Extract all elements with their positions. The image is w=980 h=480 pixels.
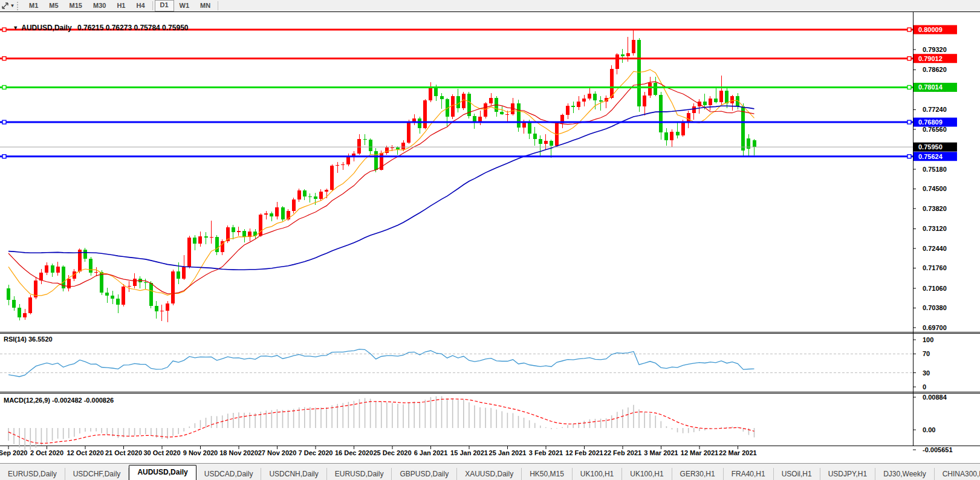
price-badge-label: 0.76809	[918, 118, 943, 126]
date-axis-label: 25 Jan 2021	[489, 449, 527, 456]
hline-anchor-right[interactable]	[907, 57, 911, 60]
candle-body	[637, 40, 641, 106]
candle-body	[429, 87, 432, 100]
chart-tab-hk50-m15[interactable]: HK50,M15	[522, 468, 573, 480]
price-axis-label: 0.77240	[923, 106, 947, 113]
candle-body	[517, 103, 521, 128]
candle-body	[187, 238, 191, 267]
chart-tab-usoil-h1[interactable]: USOil,H1	[774, 468, 820, 480]
candle-body	[550, 141, 553, 146]
candle-body	[753, 140, 756, 147]
candle-body	[330, 166, 334, 190]
date-axis-label: 25 Dec 2020	[374, 449, 412, 456]
date-axis-label: 3 Feb 2021	[529, 449, 563, 456]
price-axis-label: 0.75180	[923, 166, 947, 173]
hline-anchor-right[interactable]	[907, 155, 911, 158]
candle-body	[643, 96, 646, 106]
date-axis-label: 22 Mar 2021	[719, 449, 756, 456]
candle-body	[577, 102, 580, 107]
candle-body	[89, 259, 92, 272]
candle-body	[396, 148, 400, 149]
date-axis-label: 12 Feb 2021	[565, 449, 603, 456]
hline-anchor-right[interactable]	[907, 85, 911, 89]
chart-tab-usdcnh-daily[interactable]: USDCNH,Daily	[261, 468, 326, 480]
candle-body	[160, 311, 164, 311]
chart-tab-audusd-daily[interactable]: AUDUSD,Daily	[129, 465, 196, 480]
chart-tab-gbpusd-daily[interactable]: GBPUSD,Daily	[392, 468, 457, 480]
chart-tab-eurusd-daily[interactable]: EURUSD,Daily	[0, 468, 65, 480]
chart-tab-ger30-h1[interactable]: GER30,H1	[672, 468, 724, 480]
candle-body	[133, 279, 137, 285]
candle-body	[237, 231, 241, 232]
candle-body	[599, 100, 603, 102]
chart-tab-uk100-h1[interactable]: UK100,H1	[622, 468, 672, 480]
chart-tab-usdcad-daily[interactable]: USDCAD,Daily	[196, 468, 262, 480]
candle-body	[198, 236, 202, 244]
date-axis-label: 23 Sep 2020	[0, 449, 28, 456]
ohlc-values: 0.76215 0.76273 0.75784 0.75950	[77, 24, 189, 32]
candle-body	[434, 87, 438, 97]
candle-body	[369, 140, 372, 151]
hline-anchor-right[interactable]	[907, 28, 911, 31]
chart-tab-china300-h1[interactable]: CHINA300,H1	[935, 468, 980, 480]
chart-tab-usdjpy-h1[interactable]: USDJPY,H1	[820, 468, 875, 480]
hline-anchor-left[interactable]	[2, 57, 6, 60]
price-axis-label: 0.72440	[923, 245, 947, 252]
candle-body	[714, 99, 718, 102]
candle-body	[18, 308, 21, 317]
candle-body	[281, 207, 285, 219]
symbol-title: AUDUSD,Daily	[21, 24, 71, 32]
chart-tab-xauusd-daily[interactable]: XAUUSD,Daily	[457, 468, 522, 480]
candle-body	[28, 297, 32, 313]
chart-tab-eurusd-daily[interactable]: EURUSD,Daily	[327, 468, 392, 480]
price-badge-label: 0.75950	[918, 143, 943, 151]
candle-body	[440, 96, 444, 99]
price-axis-label: 0.71060	[923, 285, 947, 292]
candle-body	[418, 118, 421, 128]
candle-body	[149, 283, 153, 306]
rsi-axis-label: 0	[923, 383, 926, 391]
candle-body	[593, 94, 597, 100]
candle-body	[654, 83, 657, 95]
chart-canvas[interactable]: 0.793200.786200.779400.772400.765600.758…	[0, 0, 980, 480]
date-axis-label: 30 Oct 2020	[143, 449, 180, 456]
date-axis-label: 21 Oct 2020	[105, 449, 142, 456]
date-axis-label: 16 Dec 2020	[335, 449, 373, 456]
candle-body	[56, 267, 60, 273]
mt4-terminal: ▼ M1M5M15M30H1H4D1W1MN 0.793200.786200.7…	[0, 0, 980, 480]
chart-title: ▼AUDUSD,Daily 0.76215 0.76273 0.75784 0.…	[5, 15, 188, 41]
chart-tab-fra40-h1[interactable]: FRA40,H1	[724, 468, 774, 480]
candle-body	[105, 293, 109, 296]
price-badge-label: 0.78014	[918, 83, 943, 91]
candle-body	[12, 300, 16, 307]
candle-body	[632, 40, 635, 53]
rsi-axis-label: 30	[923, 369, 930, 377]
ma-mid-line	[8, 82, 754, 294]
date-axis-label: 12 Mar 2021	[681, 449, 718, 456]
hline-anchor-left[interactable]	[2, 120, 6, 124]
chart-tab-dj30-weekly[interactable]: DJ30,Weekly	[875, 468, 934, 480]
chart-tab-usdchf-daily[interactable]: USDCHF,Daily	[65, 468, 129, 480]
price-axis-label: 0.73120	[923, 225, 947, 232]
candle-body	[292, 199, 296, 211]
date-axis-label: 18 Nov 2020	[219, 449, 258, 456]
collapse-triangle-icon[interactable]: ▼	[13, 25, 18, 31]
hline-anchor-left[interactable]	[2, 155, 6, 158]
candle-body	[451, 96, 455, 116]
date-axis-label: 2 Oct 2020	[30, 449, 63, 456]
rsi-indicator-label: RSI(14) 36.5520	[4, 336, 53, 343]
date-axis-label: 12 Oct 2020	[67, 449, 103, 456]
candle-body	[615, 54, 619, 68]
candle-body	[528, 122, 531, 133]
price-badge-label: 0.75624	[918, 153, 943, 160]
chart-tab-uk100-h1[interactable]: UK100,H1	[573, 468, 622, 480]
candle-body	[610, 69, 614, 98]
candle-body	[423, 100, 427, 128]
hline-anchor-left[interactable]	[2, 85, 6, 89]
hline-anchor-right[interactable]	[907, 120, 911, 124]
candle-body	[539, 139, 542, 144]
candle-body	[303, 190, 307, 196]
candle-body	[275, 207, 279, 216]
candle-body	[533, 134, 537, 140]
candle-body	[588, 94, 591, 99]
